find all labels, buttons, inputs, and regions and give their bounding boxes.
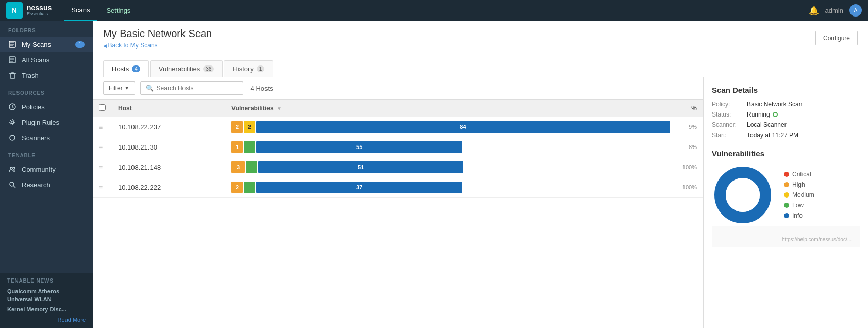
tab-hosts[interactable]: Hosts 4 <box>103 60 149 77</box>
host-ip: 10.108.22.237 <box>118 123 161 131</box>
host-ip: 10.108.21.148 <box>118 163 161 171</box>
scanner-label: Scanner: <box>712 121 743 128</box>
legend-critical: Critical <box>784 171 814 178</box>
topnav-username: admin <box>825 7 843 14</box>
col-pct: % <box>676 100 703 117</box>
topnav-links: Scans Settings <box>64 0 808 21</box>
logo: N nessus Essentials <box>6 2 52 19</box>
col-vulnerabilities[interactable]: Vulnerabilities ▼ <box>225 100 676 117</box>
sidebar-item-trash[interactable]: Trash <box>0 68 93 83</box>
policy-value: Basic Network Scan <box>747 101 802 108</box>
svg-point-24 <box>726 178 760 212</box>
logo-box: N <box>6 2 23 19</box>
vuln-bar: 2 2 84 <box>231 121 670 133</box>
topnav: N nessus Essentials Scans Settings 🔔 adm… <box>0 0 868 21</box>
sidebar-item-research[interactable]: Research <box>0 177 93 192</box>
sidebar-item-scanners[interactable]: Scanners <box>0 130 93 145</box>
sidebar-item-plugin-rules[interactable]: Plugin Rules <box>0 114 93 130</box>
info-segment: 51 <box>258 161 463 173</box>
info-segment: 37 <box>256 182 462 193</box>
all-scans-label: All Scans <box>22 56 49 64</box>
table-row[interactable]: ≡ 10.108.22.237 2 2 84 <box>93 117 703 137</box>
scan-details-title: Scan Details <box>712 86 860 94</box>
medium-label: Medium <box>792 191 814 199</box>
news-item-2: Kernel Memory Disc... <box>7 306 86 314</box>
table-header-row: Host Vulnerabilities ▼ % <box>93 100 703 117</box>
topnav-settings-link[interactable]: Settings <box>99 0 138 21</box>
table-row[interactable]: ≡ 10.108.21.30 1 55 <box>93 137 703 157</box>
pct-cell: 8% <box>676 137 703 157</box>
col-host[interactable]: Host <box>112 100 225 117</box>
page-title: My Basic Network Scan <box>103 28 274 40</box>
research-label: Research <box>22 181 51 189</box>
configure-button[interactable]: Configure <box>815 31 858 45</box>
table-row[interactable]: ≡ 10.108.21.148 3 51 <box>93 157 703 177</box>
svg-rect-10 <box>10 74 15 78</box>
row-icon-cell: ≡ <box>93 157 112 177</box>
tab-hosts-label: Hosts <box>112 65 129 73</box>
news-item-1: Qualcomm Atheros Universal WLAN <box>7 288 86 304</box>
research-icon <box>8 181 16 189</box>
detail-scanner: Scanner: Local Scanner <box>712 121 860 128</box>
tab-hosts-count: 4 <box>132 65 140 72</box>
policies-label: Policies <box>22 103 45 111</box>
vuln-bar: 1 55 <box>231 141 670 153</box>
search-input[interactable] <box>157 85 238 92</box>
topnav-right: 🔔 admin A <box>809 4 862 17</box>
sidebar-item-all-scans[interactable]: All Scans <box>0 52 93 68</box>
my-scans-icon <box>8 40 16 48</box>
my-scans-label: My Scans <box>22 41 51 48</box>
svg-line-18 <box>13 186 15 188</box>
read-more-link[interactable]: Read More <box>7 317 86 323</box>
toolbar: Filter ▼ 🔍 4 Hosts <box>93 77 703 100</box>
medium-segment: 2 <box>244 121 255 133</box>
sidebar-item-my-scans[interactable]: My Scans 1 <box>0 37 93 52</box>
main-layout: Folders My Scans 1 All Scans Trash Resou… <box>0 21 868 328</box>
search-box[interactable]: 🔍 <box>140 81 243 95</box>
resources-section-label: Resources <box>0 83 93 99</box>
back-link[interactable]: Back to My Scans <box>103 42 274 49</box>
select-all-checkbox[interactable] <box>99 104 106 111</box>
vuln-bar-cell: 2 37 <box>225 177 676 198</box>
tab-history[interactable]: History 1 <box>224 60 273 77</box>
vuln-bar: 2 37 <box>231 182 670 193</box>
svg-point-17 <box>10 182 14 186</box>
status-running-icon <box>773 112 778 117</box>
donut-svg <box>712 164 774 226</box>
tab-history-count: 1 <box>257 65 265 72</box>
row-drag-icon: ≡ <box>99 144 103 151</box>
hosts-table: Host Vulnerabilities ▼ % <box>93 100 703 198</box>
table-row[interactable]: ≡ 10.108.22.222 2 37 <box>93 177 703 198</box>
vuln-bar: 3 51 <box>231 161 670 173</box>
page-header-left: My Basic Network Scan Back to My Scans H… <box>103 28 274 77</box>
filter-button[interactable]: Filter ▼ <box>103 81 135 95</box>
tab-history-label: History <box>232 65 253 73</box>
pct-cell: 9% <box>676 117 703 137</box>
filter-chevron-icon: ▼ <box>125 86 129 91</box>
tab-vulns-count: 36 <box>203 65 214 72</box>
status-value: Running <box>747 111 778 118</box>
community-icon <box>8 165 16 173</box>
sidebar-item-policies[interactable]: Policies <box>0 99 93 114</box>
tab-vulnerabilities[interactable]: Vulnerabilities 36 <box>150 60 223 77</box>
low-dot <box>784 203 789 208</box>
content-wrapper: My Basic Network Scan Back to My Scans H… <box>93 21 868 328</box>
host-cell: 10.108.21.30 <box>112 137 225 157</box>
tenable-news-title: Tenable News <box>7 278 86 284</box>
row-drag-icon: ≡ <box>99 164 103 171</box>
notification-bell-icon[interactable]: 🔔 <box>809 6 819 15</box>
scanners-icon <box>8 134 16 142</box>
info-segment: 84 <box>256 121 670 133</box>
svg-point-15 <box>10 167 12 169</box>
start-label: Start: <box>712 132 743 139</box>
plugin-rules-icon <box>8 118 16 126</box>
status-label: Status: <box>712 111 743 118</box>
legend-low: Low <box>784 202 814 209</box>
filter-label: Filter <box>109 85 123 92</box>
user-avatar[interactable]: A <box>849 4 862 17</box>
high-dot <box>784 182 789 187</box>
topnav-scans-link[interactable]: Scans <box>64 0 97 21</box>
sidebar-item-community[interactable]: Community <box>0 161 93 177</box>
low-label: Low <box>792 202 804 209</box>
row-icon-cell: ≡ <box>93 117 112 137</box>
